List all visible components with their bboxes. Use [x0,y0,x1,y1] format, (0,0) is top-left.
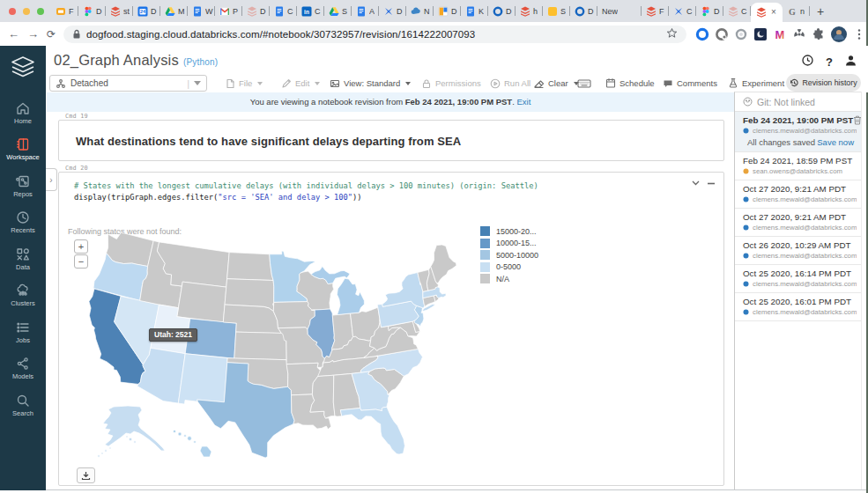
download-chart-button[interactable] [77,467,95,483]
profile-avatar[interactable] [831,26,847,42]
code-cell[interactable]: # States with the longest cumulative del… [58,172,724,486]
save-now-link[interactable]: Save now [817,137,854,147]
state-ak[interactable] [103,406,165,451]
markdown-cell[interactable]: What destinations tend to have significa… [58,120,724,161]
sidebar-item-home[interactable]: Home [0,94,46,131]
back-icon[interactable]: ← [8,28,19,40]
active-browser-tab[interactable]: × [751,3,783,22]
revision-entry[interactable]: Oct 26 2020, 10:29 AM PDTclemens.mewald@… [735,237,861,265]
browser-tab[interactable]: C [270,0,297,22]
sidebar-item-clusters[interactable]: Clusters [0,277,46,314]
revision-entry[interactable]: Oct 27 2020, 9:21 AM PDTclemens.mewald@d… [735,209,861,237]
sidebar-item-search[interactable]: Search [0,386,46,423]
expand-sidebar-handle[interactable]: › [46,168,57,191]
browser-tab[interactable]: C [669,0,696,22]
extensions-puzzle-icon[interactable] [812,27,826,41]
revision-history-button[interactable]: Revision history [786,74,861,92]
state-hi[interactable] [200,446,211,457]
state-hi-island[interactable] [188,437,192,441]
permissions-button[interactable]: Permissions [421,74,481,92]
browser-tab[interactable]: D [488,0,516,22]
sidebar-item-recents[interactable]: Recents [0,204,46,241]
sidebar-item-workspace[interactable]: Workspace [0,131,46,168]
minimize-cell-icon[interactable] [708,182,715,185]
user-account-icon[interactable] [845,54,857,70]
browser-tab[interactable]: C [723,0,751,22]
cluster-selector[interactable]: Detached | [49,75,207,92]
revision-entry[interactable]: Oct 25 2020, 16:01 PM PDTclemens.mewald@… [735,293,861,321]
browser-tab[interactable]: D [570,0,597,22]
code-editor[interactable]: # States with the longest cumulative del… [74,180,723,203]
browser-tab[interactable]: h [516,0,543,22]
forward-icon[interactable]: → [27,28,39,40]
state-hi-island[interactable] [178,432,182,436]
view-menu[interactable]: View: Standard [330,74,411,92]
collapse-cell-icon[interactable] [692,180,700,186]
edit-menu[interactable]: Edit [281,74,320,92]
extension-trefoil-icon[interactable] [792,27,806,41]
browser-tab[interactable]: 24D [133,0,160,22]
browser-tab[interactable]: A [352,0,379,22]
recent-clock-icon[interactable] [802,54,813,70]
databricks-logo-icon[interactable] [10,55,36,82]
browser-tab[interactable]: New [597,0,642,22]
file-menu[interactable]: File [225,74,263,92]
bookmark-star-icon[interactable] [666,26,678,42]
state-wy[interactable] [177,282,226,322]
browser-tab[interactable]: F [51,0,78,22]
sidebar-item-jobs[interactable]: Jobs [0,313,46,350]
extension-m-icon[interactable]: M [773,27,787,41]
state-nd[interactable] [227,253,274,281]
browser-tab[interactable]: D [434,0,461,22]
state-hi-island[interactable] [173,430,175,432]
browser-tab[interactable]: S [324,0,352,22]
state-ks[interactable] [234,332,286,360]
minimize-window-button[interactable] [23,8,30,15]
state-fl[interactable] [340,407,404,454]
state-hi-island[interactable] [194,441,197,444]
close-tab-icon[interactable]: × [771,8,776,17]
git-status[interactable]: Git: Not linked [735,92,861,112]
clear-menu[interactable]: Clear [533,74,579,92]
sidebar-item-repos[interactable]: Repos [0,167,46,204]
new-tab-button[interactable]: + [817,4,824,18]
browser-tab[interactable]: st [106,0,133,22]
close-window-button[interactable] [9,8,16,15]
browser-tab[interactable]: D [78,0,106,22]
browser-tab[interactable]: F [642,0,669,22]
state-mi[interactable] [338,278,365,314]
browser-menu-icon[interactable] [852,27,866,41]
state-hi-island[interactable] [184,435,187,438]
experiment-button[interactable]: Experiment [728,74,784,92]
revision-entry[interactable]: Feb 24 2021, 19:00 PM PSTclemens.mewald@… [735,112,861,152]
state-me[interactable] [431,245,456,283]
revision-entry[interactable]: Oct 25 2020, 16:14 PM PDTclemens.mewald@… [735,265,861,293]
browser-tab[interactable]: D [696,0,723,22]
browser-tab[interactable]: G n [783,0,810,22]
extension-gray-dot-icon[interactable] [734,27,748,41]
help-icon[interactable]: ? [826,55,833,69]
browser-tab[interactable]: D [242,0,270,22]
browser-tab[interactable]: M [160,0,188,22]
browser-tab[interactable]: D [379,0,406,22]
url-omnibox[interactable]: dogfood.staging.cloud.databricks.com/#no… [63,26,686,43]
extension-dark-moon-icon[interactable] [753,27,768,41]
revision-entry[interactable]: Feb 24 2021, 18:59 PM PSTsean.owens@data… [735,152,861,180]
browser-tab[interactable]: K [461,0,488,22]
exit-revision-link[interactable]: Exit [516,97,530,107]
reload-icon[interactable]: ⟳ [47,29,56,40]
browser-tab[interactable]: inC [297,0,324,22]
extension-swirl-icon[interactable] [715,27,729,41]
comments-button[interactable]: Comments [663,74,717,92]
sidebar-item-models[interactable]: Models [0,350,46,387]
browser-tab[interactable]: S [543,0,570,22]
run-all-button[interactable]: Run All [490,74,530,92]
sidebar-item-data[interactable]: Data [0,240,46,277]
schedule-button[interactable]: Schedule [605,74,655,92]
extension-blue-ring-icon[interactable] [695,27,709,41]
browser-tab[interactable]: W [188,0,215,22]
browser-tab[interactable]: P [215,0,242,22]
maximize-window-button[interactable] [37,8,44,15]
keyboard-shortcuts-icon[interactable] [577,74,591,92]
browser-tab[interactable]: N [406,0,434,22]
